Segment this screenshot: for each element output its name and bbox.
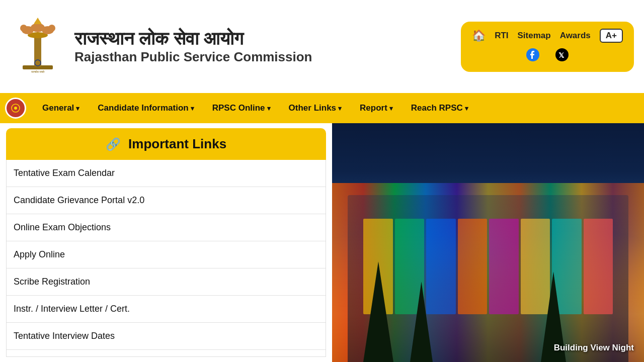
- svg-point-17: [14, 107, 17, 110]
- svg-marker-10: [34, 18, 42, 24]
- main-content: 🔗 Important Links Tentative Exam Calenda…: [0, 123, 644, 362]
- nav-item-reach-rpsc[interactable]: Reach RPSC ▾: [402, 93, 477, 123]
- nav-item-general[interactable]: General ▾: [33, 93, 89, 123]
- header-right-panel: 🏠 RTI Sitemap Awards A+ 𝕏: [461, 22, 634, 72]
- nav-item-candidate-information[interactable]: Candidate Information ▾: [89, 93, 203, 123]
- building-background: Building View Night: [332, 123, 644, 362]
- site-header: सत्यमेव जयते राजस्थान लोक सेवा आयोग Raja…: [0, 0, 644, 93]
- svg-point-6: [20, 25, 27, 32]
- font-plus-button[interactable]: A+: [600, 29, 623, 43]
- svg-text:सत्यमेव जयते: सत्यमेव जयते: [31, 70, 45, 73]
- nav-emblem: [5, 98, 26, 119]
- link-item-apply-online[interactable]: Apply Online: [7, 241, 326, 268]
- emblem-logo: सत्यमेव जयते: [10, 14, 65, 79]
- link-item-instr-interview-letter[interactable]: Instr. / Interview Letter / Cert.: [7, 296, 326, 323]
- svg-point-7: [48, 25, 55, 32]
- chevron-down-icon: ▾: [465, 105, 468, 112]
- home-icon[interactable]: 🏠: [472, 29, 486, 42]
- twitter-x-icon[interactable]: 𝕏: [555, 48, 569, 65]
- nav-item-rpsc-online[interactable]: RPSC Online ▾: [203, 93, 280, 123]
- main-navbar: General ▾ Candidate Information ▾ RPSC O…: [0, 93, 644, 123]
- important-links-header: 🔗 Important Links: [6, 128, 326, 160]
- links-list: Tentative Exam CalendarCandidate Grievan…: [7, 160, 326, 350]
- facebook-icon[interactable]: [526, 48, 540, 65]
- nav-item-other-links[interactable]: Other Links ▾: [280, 93, 351, 123]
- building-image-panel: Building View Night: [332, 123, 644, 362]
- link-icon: 🔗: [106, 137, 121, 151]
- chevron-down-icon: ▾: [267, 105, 271, 112]
- svg-text:𝕏: 𝕏: [558, 51, 565, 59]
- chevron-down-icon: ▾: [191, 105, 194, 112]
- important-links-title: Important Links: [128, 136, 226, 151]
- link-item-tentative-interview-dates[interactable]: Tentative Interview Dates: [7, 323, 326, 350]
- important-links-panel: 🔗 Important Links Tentative Exam Calenda…: [0, 123, 332, 362]
- awards-link[interactable]: Awards: [560, 31, 591, 41]
- header-logo-area: सत्यमेव जयते राजस्थान लोक सेवा आयोग Raja…: [10, 14, 312, 79]
- header-text-block: राजस्थान लोक सेवा आयोग Rajasthan Public …: [74, 28, 312, 65]
- header-nav-links: 🏠 RTI Sitemap Awards A+: [472, 29, 623, 43]
- link-item-tentative-exam-calendar[interactable]: Tentative Exam Calendar: [7, 160, 326, 187]
- hindi-title: राजस्थान लोक सेवा आयोग: [74, 28, 312, 49]
- link-item-scribe-registration[interactable]: Scribe Registration: [7, 268, 326, 296]
- links-list-container[interactable]: Tentative Exam CalendarCandidate Grievan…: [6, 160, 326, 357]
- social-links: 𝕏: [526, 48, 569, 65]
- image-caption: Building View Night: [554, 343, 634, 353]
- nav-items-list: General ▾ Candidate Information ▾ RPSC O…: [33, 93, 477, 123]
- link-item-candidate-grievance-portal[interactable]: Candidate Grievance Portal v2.0: [7, 187, 326, 214]
- english-title: Rajasthan Public Service Commission: [74, 49, 312, 65]
- sitemap-link[interactable]: Sitemap: [518, 31, 551, 41]
- chevron-down-icon: ▾: [76, 105, 79, 112]
- nav-item-report[interactable]: Report ▾: [351, 93, 402, 123]
- chevron-down-icon: ▾: [338, 105, 342, 112]
- rti-link[interactable]: RTI: [495, 31, 508, 41]
- chevron-down-icon: ▾: [389, 105, 393, 112]
- link-item-online-exam-objections[interactable]: Online Exam Objections: [7, 214, 326, 241]
